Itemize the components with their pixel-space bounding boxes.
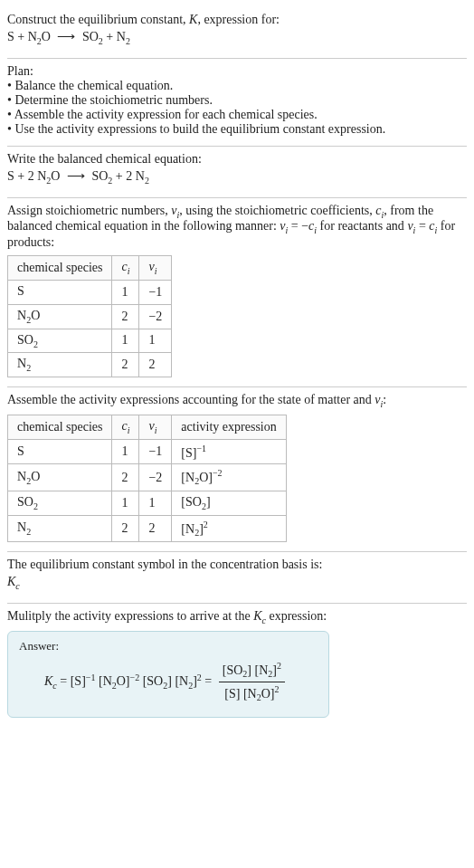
answer-label: Answer: bbox=[19, 639, 318, 653]
intro-text: Construct the equilibrium constant, K, e… bbox=[7, 13, 467, 27]
th-species: chemical species bbox=[8, 256, 112, 281]
stoich-text: Assign stoichiometric numbers, νi, using… bbox=[7, 204, 467, 251]
arrow-icon: ⟶ bbox=[53, 27, 79, 47]
plan-heading: Plan: bbox=[7, 64, 467, 79]
section-activity: Assemble the activity expressions accoun… bbox=[7, 387, 467, 552]
section-plan: Plan: • Balance the chemical equation. •… bbox=[7, 59, 467, 147]
activity-text: Assemble the activity expressions accoun… bbox=[7, 393, 467, 409]
section-intro: Construct the equilibrium constant, K, e… bbox=[7, 7, 467, 59]
table-row: N2O2−2 bbox=[8, 304, 172, 329]
table-header-row: chemical species ci νi bbox=[8, 256, 172, 281]
th-nui: νi bbox=[139, 256, 172, 281]
balanced-equation: S + 2 N2O ⟶ SO2 + 2 N2 bbox=[7, 167, 467, 188]
stoich-table: chemical species ci νi S1−1 N2O2−2 SO211… bbox=[7, 255, 172, 377]
plan-bullet-2: • Determine the stoichiometric numbers. bbox=[7, 93, 467, 108]
intro-K: K bbox=[189, 13, 197, 26]
species-SO2: SO2 bbox=[82, 30, 103, 43]
table-header-row: chemical species ci νi activity expressi… bbox=[8, 415, 287, 439]
answer-equation: Kc = [S]−1 [N2O]−2 [SO2] [N2]2 = [SO2] [… bbox=[19, 659, 318, 706]
kc-text: The equilibrium constant symbol in the c… bbox=[7, 558, 467, 572]
intro-text-a: Construct the equilibrium constant, bbox=[7, 13, 189, 26]
plan-bullet-1: • Balance the chemical equation. bbox=[7, 79, 467, 93]
table-row: SO211 bbox=[8, 329, 172, 353]
section-final: Mulitply the activity expressions to arr… bbox=[7, 604, 467, 727]
plan-bullet-4: • Use the activity expressions to build … bbox=[7, 122, 467, 137]
species-N2: N2 bbox=[117, 30, 130, 43]
section-kc-symbol: The equilibrium constant symbol in the c… bbox=[7, 552, 467, 604]
intro-text-b: , expression for: bbox=[197, 13, 280, 26]
activity-table: chemical species ci νi activity expressi… bbox=[7, 415, 287, 542]
answer-fraction: [SO2] [N2]2[S] [N2O]2 bbox=[219, 659, 285, 706]
th-ci: ci bbox=[112, 256, 139, 281]
final-text: Mulitply the activity expressions to arr… bbox=[7, 609, 467, 625]
plan-bullet-3: • Assemble the activity expression for e… bbox=[7, 108, 467, 122]
table-row: SO2 11 [SO2] bbox=[8, 491, 287, 515]
species-S: S bbox=[7, 30, 14, 43]
unbalanced-equation: S + N2O ⟶ SO2 + N2 bbox=[7, 27, 467, 49]
table-row: S 1−1 [S]−1 bbox=[8, 439, 287, 464]
section-balanced: Write the balanced chemical equation: S … bbox=[7, 147, 467, 198]
species-N2O: N2O bbox=[28, 30, 51, 43]
table-row: S1−1 bbox=[8, 280, 172, 304]
section-stoich-table: Assign stoichiometric numbers, νi, using… bbox=[7, 198, 467, 388]
table-row: N2 22 [N2]2 bbox=[8, 515, 287, 541]
table-row: N222 bbox=[8, 353, 172, 377]
answer-box: Answer: Kc = [S]−1 [N2O]−2 [SO2] [N2]2 =… bbox=[7, 631, 329, 718]
kc-symbol: Kc bbox=[7, 572, 467, 594]
arrow-icon: ⟶ bbox=[63, 167, 89, 186]
balanced-heading: Write the balanced chemical equation: bbox=[7, 152, 467, 167]
table-row: N2O 2−2 [N2O]−2 bbox=[8, 464, 287, 491]
